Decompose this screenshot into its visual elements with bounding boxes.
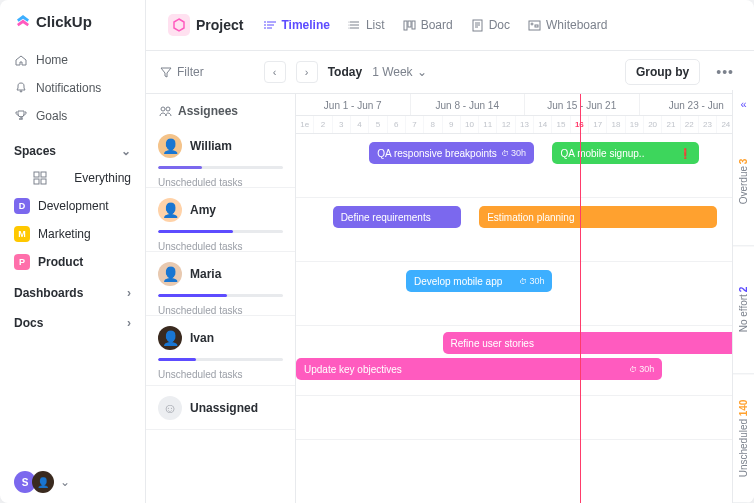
view-tab-list[interactable]: List <box>340 13 393 37</box>
chevron-down-icon[interactable]: ⌄ <box>60 475 70 489</box>
task-bar[interactable]: Refine user stories <box>443 332 754 354</box>
assignee-row[interactable]: 👤Maria Unscheduled tasks <box>146 252 295 316</box>
sidebar-item-notifications[interactable]: Notifications <box>0 74 145 102</box>
view-tab-whiteboard[interactable]: Whiteboard <box>520 13 615 37</box>
unscheduled-label[interactable]: Unscheduled tasks <box>158 241 283 252</box>
svg-rect-8 <box>404 21 407 30</box>
day-header: 20 <box>644 116 662 133</box>
list-icon <box>348 19 361 32</box>
rail-section-overdue[interactable]: Overdue 3 <box>733 118 754 246</box>
user-footer: S 👤 ⌄ <box>0 461 145 503</box>
svg-point-5 <box>348 21 349 22</box>
unscheduled-label[interactable]: Unscheduled tasks <box>158 369 283 380</box>
day-header: 4 <box>351 116 369 133</box>
svg-point-6 <box>348 24 349 25</box>
timeline-lane: Develop mobile app30h <box>296 262 754 326</box>
svg-point-16 <box>166 107 170 111</box>
day-header: 1e <box>296 116 314 133</box>
day-header: 3 <box>333 116 351 133</box>
day-header: 22 <box>681 116 699 133</box>
view-tab-timeline[interactable]: Timeline <box>255 13 337 37</box>
whiteboard-icon <box>528 19 541 32</box>
brand-logo[interactable]: ClickUp <box>0 0 145 42</box>
more-button[interactable]: ••• <box>710 60 740 84</box>
assignee-row[interactable]: ☺Unassigned <box>146 386 295 430</box>
chevron-right-icon[interactable]: › <box>127 316 131 330</box>
unscheduled-label[interactable]: Unscheduled tasks <box>158 177 283 188</box>
trophy-icon <box>14 109 28 123</box>
today-button[interactable]: Today <box>328 65 362 79</box>
spaces-header[interactable]: Spaces ⌄ <box>0 134 145 164</box>
chevron-down-icon: ⌄ <box>417 65 427 79</box>
day-header: 2 <box>314 116 332 133</box>
warning-icon: ❗ <box>679 148 691 159</box>
view-tab-doc[interactable]: Doc <box>463 13 518 37</box>
home-icon <box>14 53 28 67</box>
task-bar[interactable]: Estimation planning <box>479 206 717 228</box>
filter-button[interactable]: Filter <box>160 65 204 79</box>
day-header: 12 <box>497 116 515 133</box>
doc-icon <box>471 19 484 32</box>
unassigned-icon: ☺ <box>158 396 182 420</box>
chevron-down-icon[interactable]: ⌄ <box>121 144 131 158</box>
timeline-lane <box>296 396 754 440</box>
assignee-row[interactable]: 👤Amy Unscheduled tasks <box>146 188 295 252</box>
day-header: 23 <box>699 116 717 133</box>
brand-name: ClickUp <box>36 13 92 30</box>
day-header: 5 <box>369 116 387 133</box>
timeline-lane: Define requirementsEstimation planning <box>296 198 754 262</box>
avatar[interactable]: 👤 <box>158 198 182 222</box>
day-header: 14 <box>534 116 552 133</box>
user-avatar-2[interactable]: 👤 <box>32 471 54 493</box>
assignee-row[interactable]: 👤Ivan Unscheduled tasks <box>146 316 295 386</box>
estimate-badge: 30h <box>519 276 544 286</box>
task-bar[interactable]: Develop mobile app30h <box>406 270 553 292</box>
view-tab-board[interactable]: Board <box>395 13 461 37</box>
sidebar: ClickUp Home Notifications Goals Spaces … <box>0 0 146 503</box>
avatar[interactable]: 👤 <box>158 134 182 158</box>
sidebar-space-development[interactable]: D Development <box>0 192 145 220</box>
week-header: Jun 1 - Jun 7 <box>296 94 411 115</box>
prev-button[interactable]: ‹ <box>264 61 286 83</box>
assignee-row[interactable]: 👤William Unscheduled tasks <box>146 124 295 188</box>
day-header: 18 <box>607 116 625 133</box>
chevron-right-icon[interactable]: › <box>127 286 131 300</box>
unscheduled-label[interactable]: Unscheduled tasks <box>158 305 283 316</box>
estimate-badge: 30h <box>629 364 654 374</box>
week-header: Jun 15 - Jun 21 <box>525 94 640 115</box>
sidebar-item-goals[interactable]: Goals <box>0 102 145 130</box>
sidebar-item-everything[interactable]: Everything <box>0 164 145 192</box>
rail-section-no effort[interactable]: No effort 2 <box>733 246 754 374</box>
sidebar-item-home[interactable]: Home <box>0 46 145 74</box>
day-header: 15 <box>552 116 570 133</box>
groupby-button[interactable]: Group by <box>625 59 700 85</box>
filter-icon <box>160 66 172 78</box>
docs-header[interactable]: Docs › <box>0 306 145 336</box>
day-header: 21 <box>662 116 680 133</box>
day-header: 6 <box>388 116 406 133</box>
avatar[interactable]: 👤 <box>158 326 182 350</box>
task-bar[interactable]: Define requirements <box>333 206 461 228</box>
timeline-lane: Refine user storiesUpdate key objectives… <box>296 326 754 396</box>
next-button[interactable]: › <box>296 61 318 83</box>
task-bar[interactable]: QA mobile signup..❗ <box>552 142 699 164</box>
day-header: 7 <box>406 116 424 133</box>
sidebar-space-product[interactable]: P Product <box>0 248 145 276</box>
range-selector[interactable]: 1 Week ⌄ <box>372 65 426 79</box>
project-chip[interactable]: Project <box>160 10 251 40</box>
capacity-bar <box>158 166 283 169</box>
day-header: 11 <box>479 116 497 133</box>
task-bar[interactable]: QA responsive breakpoints30h <box>369 142 534 164</box>
space-badge: D <box>14 198 30 214</box>
collapse-rail-button[interactable]: « <box>740 90 746 118</box>
right-rail: « Overdue 3 No effort 2 Unscheduled 140 <box>732 90 754 503</box>
sidebar-space-marketing[interactable]: M Marketing <box>0 220 145 248</box>
bell-icon <box>14 81 28 95</box>
dashboards-header[interactable]: Dashboards › <box>0 276 145 306</box>
avatar[interactable]: 👤 <box>158 262 182 286</box>
timeline-icon <box>263 19 276 32</box>
capacity-bar <box>158 230 283 233</box>
task-bar[interactable]: Update key objectives30h <box>296 358 662 380</box>
capacity-bar <box>158 294 283 297</box>
rail-section-unscheduled[interactable]: Unscheduled 140 <box>733 375 754 503</box>
